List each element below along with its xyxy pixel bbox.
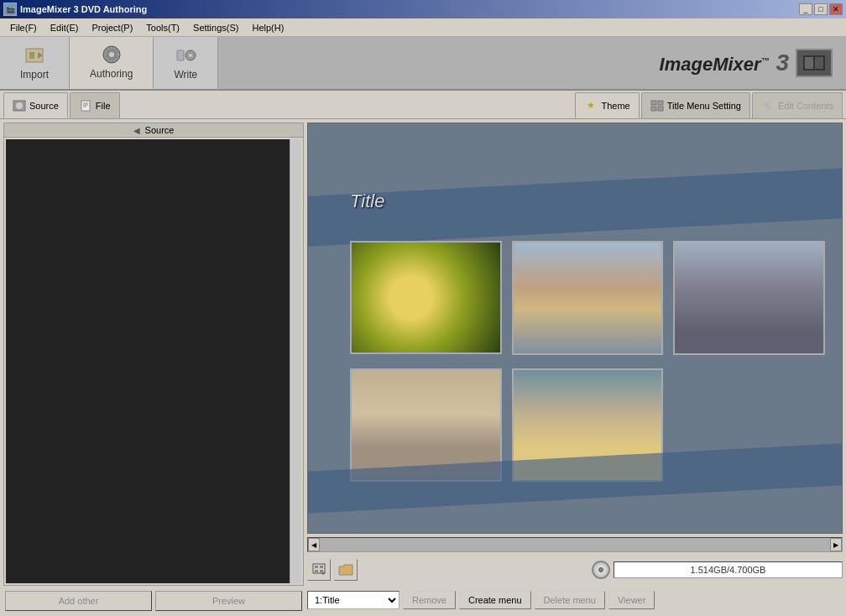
svg-rect-11 bbox=[815, 57, 823, 69]
right-panel: Title bbox=[307, 123, 843, 613]
menu-file[interactable]: File(F) bbox=[3, 21, 44, 34]
subtab-file-label: File bbox=[96, 101, 111, 111]
window-controls[interactable]: _ □ ✕ bbox=[799, 3, 843, 15]
logo-area: ImageMixer™ 3 bbox=[646, 37, 846, 89]
svg-rect-24 bbox=[320, 566, 323, 568]
source-header-label: Source bbox=[145, 125, 175, 135]
svg-rect-6 bbox=[177, 50, 184, 60]
window-title: ImageMixer 3 DVD Authoring bbox=[20, 4, 147, 14]
source-header: ◀ Source bbox=[4, 123, 303, 138]
nav-authoring-label: Authoring bbox=[90, 68, 133, 80]
thumb-flower-img bbox=[352, 243, 500, 352]
subtab-source-label: Source bbox=[29, 101, 59, 111]
left-btn-row: Add other Preview bbox=[3, 587, 304, 613]
svg-point-8 bbox=[189, 54, 192, 57]
folder-button[interactable] bbox=[334, 559, 358, 581]
svg-rect-1 bbox=[29, 52, 34, 59]
source-content[interactable] bbox=[6, 139, 301, 583]
logo-name: ImageMixer™ 3 bbox=[660, 50, 789, 76]
source-tab-icon bbox=[13, 100, 26, 112]
subtab-title-menu-label: Title Menu Setting bbox=[667, 101, 741, 111]
thumb-3 bbox=[673, 241, 825, 355]
capacity-text: 1.514GB/4.700GB bbox=[691, 565, 766, 575]
title-dropdown[interactable]: 1:Title bbox=[307, 591, 400, 609]
main-content: ◀ Source Add other Preview Title bbox=[0, 119, 846, 616]
menu-settings[interactable]: Settings(S) bbox=[186, 21, 245, 34]
subtab-file[interactable]: File bbox=[70, 92, 120, 118]
svg-rect-18 bbox=[651, 101, 656, 105]
thumb-2 bbox=[512, 241, 664, 355]
nav-import-label: Import bbox=[20, 69, 49, 81]
scroll-left-arrow[interactable]: ◀ bbox=[308, 538, 320, 551]
svg-rect-10 bbox=[805, 57, 813, 69]
svg-rect-23 bbox=[315, 566, 318, 568]
bottom-controls: + 1.514GB/4.700GB bbox=[307, 556, 843, 584]
menu-project[interactable]: Project(P) bbox=[85, 21, 139, 34]
toolbar: Import Authoring Write ImageMixer™ 3 bbox=[0, 37, 846, 91]
preview-area: Title bbox=[307, 123, 843, 534]
menu-edit[interactable]: Edit(E) bbox=[44, 21, 86, 34]
preview-scrollbar[interactable]: ◀ ▶ bbox=[307, 537, 843, 552]
nav-write-label: Write bbox=[175, 69, 198, 81]
edit-contents-icon: ✎ bbox=[761, 100, 775, 112]
subtab-edit-contents: ✎ Edit Contents bbox=[752, 92, 843, 118]
add-other-button[interactable]: Add other bbox=[5, 591, 152, 611]
create-menu-button[interactable]: Create menu bbox=[459, 591, 531, 609]
write-icon bbox=[174, 45, 197, 65]
svg-rect-21 bbox=[658, 107, 663, 111]
svg-text:+: + bbox=[321, 571, 325, 577]
subtab-edit-contents-label: Edit Contents bbox=[778, 101, 833, 111]
theme-tab-icon: ★ bbox=[584, 100, 598, 112]
subtab-theme-label: Theme bbox=[601, 101, 629, 111]
app-icon: 🎬 bbox=[3, 3, 17, 16]
authoring-icon bbox=[100, 44, 123, 65]
source-scrollbar[interactable] bbox=[290, 139, 301, 583]
scroll-right-arrow[interactable]: ▶ bbox=[830, 538, 842, 551]
svg-rect-19 bbox=[658, 101, 663, 105]
thumb-bike-img bbox=[675, 243, 823, 353]
subtab-title-menu[interactable]: Title Menu Setting bbox=[641, 92, 750, 118]
disk-icon bbox=[592, 561, 610, 579]
title-bar: 🎬 ImageMixer 3 DVD Authoring _ □ ✕ bbox=[0, 0, 846, 18]
capacity-bar: 1.514GB/4.700GB bbox=[614, 561, 843, 578]
add-title-button[interactable]: + bbox=[307, 559, 331, 581]
close-button[interactable]: ✕ bbox=[829, 3, 843, 15]
menu-help[interactable]: Help(H) bbox=[245, 21, 290, 34]
dvd-title-text: Title bbox=[350, 191, 384, 212]
svg-point-13 bbox=[16, 102, 23, 109]
nav-authoring[interactable]: Authoring bbox=[70, 37, 154, 89]
viewer-button[interactable]: Viewer bbox=[608, 591, 655, 609]
menu-tools[interactable]: Tools(T) bbox=[139, 21, 186, 34]
left-panel: ◀ Source Add other Preview bbox=[3, 123, 304, 613]
disk-icon-area bbox=[592, 561, 610, 579]
maximize-button[interactable]: □ bbox=[814, 3, 828, 15]
thumb-1 bbox=[350, 241, 502, 354]
logo-icon bbox=[796, 49, 833, 77]
thumbnails-grid bbox=[350, 241, 825, 482]
source-panel: ◀ Source bbox=[3, 123, 304, 586]
svg-rect-20 bbox=[651, 107, 656, 111]
svg-rect-25 bbox=[315, 570, 318, 572]
minimize-button[interactable]: _ bbox=[799, 3, 812, 15]
thumb-people-img bbox=[514, 243, 662, 353]
sub-toolbar: Source File ★ Theme Title Menu Setting bbox=[0, 91, 846, 119]
subtab-source[interactable]: Source bbox=[3, 92, 68, 118]
bottom-row2: 1:Title Remove Create menu Delete menu V… bbox=[307, 587, 843, 613]
preview-button[interactable]: Preview bbox=[155, 591, 302, 611]
delete-menu-button[interactable]: Delete menu bbox=[535, 591, 605, 609]
nav-write[interactable]: Write bbox=[154, 37, 218, 89]
subtab-theme[interactable]: ★ Theme bbox=[575, 92, 639, 118]
nav-import[interactable]: Import bbox=[0, 37, 70, 89]
dvd-preview-bg: Title bbox=[308, 123, 842, 533]
svg-point-4 bbox=[109, 52, 114, 57]
file-tab-icon bbox=[79, 100, 92, 112]
scroll-track[interactable] bbox=[320, 538, 830, 551]
import-icon bbox=[23, 45, 46, 65]
menu-bar: File(F) Edit(E) Project(P) Tools(T) Sett… bbox=[0, 18, 846, 37]
remove-button[interactable]: Remove bbox=[403, 591, 456, 609]
source-arrow: ◀ bbox=[133, 126, 140, 135]
title-menu-icon bbox=[650, 100, 664, 112]
svg-rect-14 bbox=[81, 101, 90, 111]
